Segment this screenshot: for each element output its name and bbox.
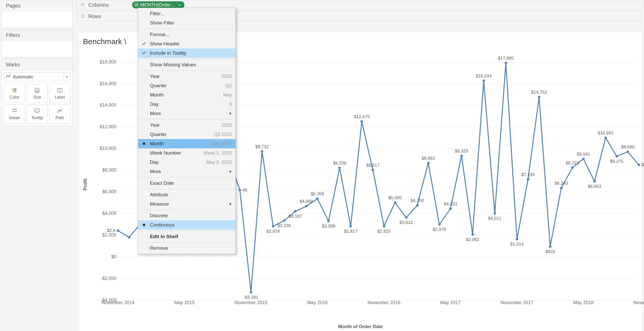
bullet-icon xyxy=(143,224,145,226)
data-point[interactable] xyxy=(638,164,640,166)
menu-item-label: Month xyxy=(150,92,164,98)
data-label: $5,356 xyxy=(311,191,324,197)
marks-path-button[interactable]: Path xyxy=(49,104,70,124)
data-point[interactable] xyxy=(272,225,274,228)
filters-shelf[interactable]: Filters xyxy=(2,29,73,57)
menu-separator xyxy=(138,119,235,119)
data-point[interactable] xyxy=(494,212,496,215)
data-point[interactable] xyxy=(338,167,341,169)
menu-item-format[interactable]: Format... xyxy=(138,30,235,39)
data-point[interactable] xyxy=(538,96,540,98)
x-tick: May 2015 xyxy=(174,300,195,305)
data-point[interactable] xyxy=(383,225,385,228)
data-point[interactable] xyxy=(560,187,563,189)
data-point[interactable] xyxy=(460,155,463,157)
data-point[interactable] xyxy=(527,178,529,181)
menu-item-year[interactable]: Year2015 xyxy=(138,120,235,130)
menu-item-exact-date[interactable]: Exact Date xyxy=(138,179,235,188)
marks-type-select[interactable]: Automatic xyxy=(4,72,70,81)
menu-item-more[interactable]: More xyxy=(138,167,235,176)
menu-item-discrete[interactable]: Discrete xyxy=(138,211,235,220)
menu-item-day[interactable]: DayMay 8, 2015 xyxy=(138,158,235,167)
data-point[interactable] xyxy=(438,223,441,226)
data-point[interactable] xyxy=(250,291,252,294)
menu-item-attribute[interactable]: Attribute xyxy=(138,190,235,199)
marks-detail-button[interactable]: Detail xyxy=(4,104,25,124)
x-tick: November 2015 xyxy=(234,300,267,305)
data-point[interactable] xyxy=(593,180,596,183)
marks-color-button[interactable]: Color xyxy=(4,84,25,103)
menu-item-example: May xyxy=(223,92,232,98)
data-point[interactable] xyxy=(516,238,518,240)
data-point[interactable] xyxy=(582,158,585,160)
data-point[interactable] xyxy=(482,79,485,82)
data-point[interactable] xyxy=(471,233,474,236)
y-axis-ticks: $18,000$16,000$14,000$12,000$10,000$8,00… xyxy=(86,53,116,316)
menu-item-more[interactable]: More xyxy=(138,109,235,118)
plus-icon xyxy=(135,2,138,8)
data-point[interactable] xyxy=(571,166,574,169)
menu-item-remove[interactable]: Remove xyxy=(138,244,235,253)
menu-item-measure[interactable]: Measure xyxy=(138,199,235,209)
data-point[interactable] xyxy=(549,245,552,248)
marks-type-label: Automatic xyxy=(13,74,33,80)
data-point[interactable] xyxy=(427,162,430,164)
menu-item-show-missing-values[interactable]: Show Missing Values xyxy=(138,60,235,69)
pages-shelf[interactable]: Pages xyxy=(2,0,73,28)
menu-item-show-filter[interactable]: Show Filter xyxy=(138,18,235,28)
data-point[interactable] xyxy=(283,219,285,222)
menu-item-show-header[interactable]: Show Header xyxy=(138,39,235,49)
svg-marker-26 xyxy=(230,112,231,115)
data-label: $9,329 xyxy=(455,149,468,154)
data-label: $9,041 xyxy=(577,152,590,157)
menu-item-label: Remove xyxy=(150,245,168,251)
menu-item-filter[interactable]: Filter... xyxy=(138,9,235,18)
menu-item-label: More xyxy=(150,111,161,116)
menu-item-quarter[interactable]: QuarterQ2 2015 xyxy=(138,130,235,139)
menu-item-example: May 2015 xyxy=(211,141,232,147)
data-point[interactable] xyxy=(327,220,330,222)
menu-item-label: Include in Tooltip xyxy=(150,50,186,56)
menu-item-month[interactable]: MonthMay xyxy=(138,90,235,100)
menu-item-label: Edit in Shelf xyxy=(150,234,178,239)
columns-pill-month-orderdate[interactable]: MONTH(Order .. xyxy=(132,1,184,9)
menu-item-include-in-tooltip[interactable]: Include in Tooltip xyxy=(138,49,235,58)
data-point[interactable] xyxy=(615,155,618,158)
data-point[interactable] xyxy=(604,136,607,139)
menu-item-week-number[interactable]: Week NumberWeek 5, 2015 xyxy=(138,148,235,158)
data-point[interactable] xyxy=(316,197,319,200)
data-point[interactable] xyxy=(239,189,241,191)
marks-label-label: Label xyxy=(55,95,65,100)
marks-label-button[interactable]: T Label xyxy=(49,84,70,103)
data-point[interactable] xyxy=(449,207,452,210)
menu-item-edit-in-shelf[interactable]: Edit in Shelf xyxy=(138,232,235,241)
data-point[interactable] xyxy=(405,216,408,219)
menu-item-label: Month xyxy=(150,141,164,147)
menu-item-day[interactable]: Day8 xyxy=(138,100,235,109)
menu-item-continuous[interactable]: Continuous xyxy=(138,220,235,230)
data-point[interactable] xyxy=(626,150,629,153)
data-point[interactable] xyxy=(261,150,263,153)
menu-item-year[interactable]: Year2015 xyxy=(138,72,235,81)
svg-point-9 xyxy=(14,109,15,110)
data-point[interactable] xyxy=(294,210,296,213)
data-point[interactable] xyxy=(349,225,352,228)
menu-item-quarter[interactable]: QuarterQ2 xyxy=(138,81,235,90)
marks-size-button[interactable]: Size xyxy=(27,84,48,103)
data-label: $8,017 xyxy=(366,163,379,168)
data-point[interactable] xyxy=(371,169,374,171)
data-point[interactable] xyxy=(305,205,308,207)
data-point[interactable] xyxy=(117,229,119,232)
menu-item-month[interactable]: MonthMay 2015 xyxy=(138,139,235,148)
data-point[interactable] xyxy=(394,201,396,204)
data-label: $2,825 xyxy=(377,229,391,234)
menu-item-label: Quarter xyxy=(150,132,166,137)
data-point[interactable] xyxy=(505,62,507,64)
menu-separator xyxy=(138,189,235,189)
y-tick: $16,000 xyxy=(100,81,116,86)
data-point[interactable] xyxy=(128,236,130,239)
data-point[interactable] xyxy=(360,120,363,123)
marks-tooltip-button[interactable]: Tooltip xyxy=(27,104,48,124)
pill-context-menu: Filter...Show FilterFormat...Show Header… xyxy=(138,8,236,254)
data-point[interactable] xyxy=(416,204,419,207)
